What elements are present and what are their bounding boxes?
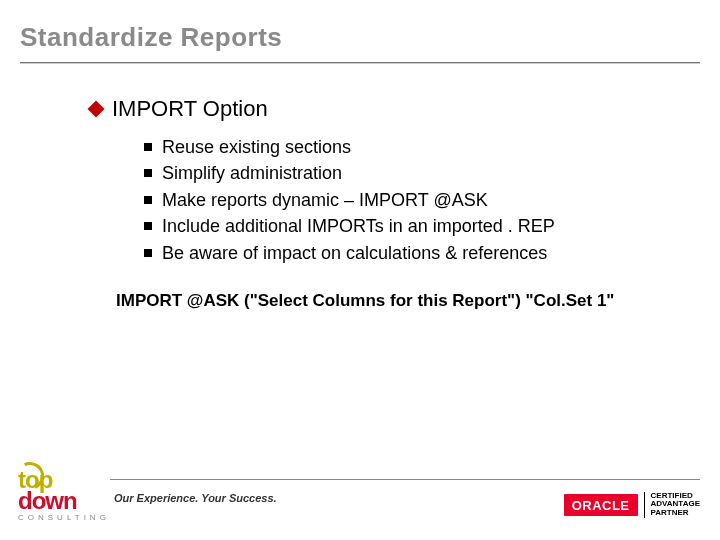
bullet-list: Reuse existing sections Simplify adminis… [144, 136, 650, 265]
oracle-brand: ORACLE [564, 494, 638, 516]
list-item: Simplify administration [144, 162, 650, 185]
topdown-logo: top down CONSULTING [18, 470, 104, 522]
bullet-text: Simplify administration [162, 162, 342, 185]
code-example: IMPORT @ASK ("Select Columns for this Re… [116, 291, 650, 311]
square-bullet-icon [144, 249, 152, 257]
list-item: Include additional IMPORTs in an importe… [144, 215, 650, 238]
diamond-bullet-icon [88, 101, 105, 118]
oracle-partner-logo: ORACLE CERTIFIED ADVANTAGE PARTNER [564, 492, 700, 518]
list-item: Be aware of impact on calculations & ref… [144, 242, 650, 265]
square-bullet-icon [144, 222, 152, 230]
list-item: Reuse existing sections [144, 136, 650, 159]
title-divider [20, 62, 700, 64]
bullet-text: Make reports dynamic – IMPORT @ASK [162, 189, 488, 212]
square-bullet-icon [144, 169, 152, 177]
logo-word-down: down [18, 491, 77, 511]
page-title: Standardize Reports [20, 22, 282, 53]
list-item: Make reports dynamic – IMPORT @ASK [144, 189, 650, 212]
content-area: IMPORT Option Reuse existing sections Si… [90, 96, 650, 311]
logo-subtext: CONSULTING [18, 513, 104, 522]
square-bullet-icon [144, 196, 152, 204]
partner-line: PARTNER [651, 509, 700, 518]
footer-tagline: Our Experience. Your Success. [114, 492, 277, 504]
topic-heading: IMPORT Option [112, 96, 268, 122]
bullet-text: Reuse existing sections [162, 136, 351, 159]
bullet-text: Include additional IMPORTs in an importe… [162, 215, 555, 238]
topic-row: IMPORT Option [90, 96, 650, 122]
partner-text: CERTIFIED ADVANTAGE PARTNER [644, 492, 700, 518]
bullet-text: Be aware of impact on calculations & ref… [162, 242, 547, 265]
footer-divider [110, 479, 700, 480]
square-bullet-icon [144, 143, 152, 151]
